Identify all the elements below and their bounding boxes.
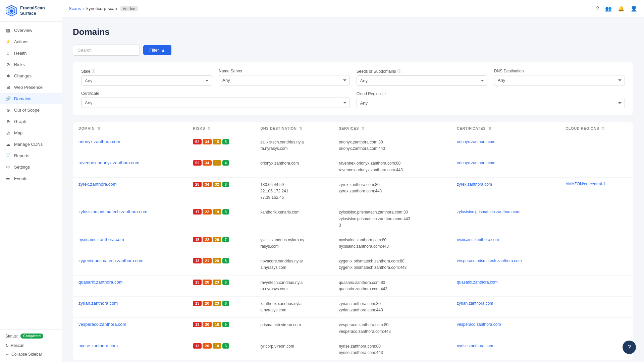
- status-badge: Completed: [20, 334, 43, 339]
- out-of-scope-icon: ⊗: [5, 107, 11, 113]
- certificate-link[interactable]: zyrian.zanthora.com: [457, 301, 493, 306]
- table-row: zygenix.prismatech.zanthora.com1321208no…: [73, 254, 633, 275]
- cell-services: vesperaco.zanthora.com:80vesperaco.zanth…: [333, 318, 451, 339]
- sidebar-item-settings[interactable]: ⚙ Settings: [0, 161, 62, 173]
- certificate-link[interactable]: orionyx.zanthora.com: [457, 161, 495, 165]
- scans-link[interactable]: Scans: [69, 6, 81, 11]
- domain-link[interactable]: quasarix.zanthora.com: [78, 280, 123, 285]
- certificate-link[interactable]: quasarix.zanthora.com: [457, 280, 497, 285]
- name-server-filter: Name Server Any: [219, 69, 350, 86]
- sidebar-item-manage-cdns[interactable]: ☁ Manage CDNs: [0, 138, 62, 150]
- status-label: Status:: [5, 334, 18, 339]
- dns-destination-select[interactable]: Any: [494, 75, 625, 85]
- sidebar-item-overview[interactable]: ▦ Overview: [0, 24, 62, 36]
- stale-filter: Stale ⓘ Any: [81, 69, 212, 86]
- sidebar-item-domains[interactable]: 🔗 Domains: [0, 93, 62, 104]
- col-services: SERVICES ⇅: [333, 122, 451, 135]
- filter-button[interactable]: Filter ▲: [143, 45, 171, 55]
- cloud-sort-icon[interactable]: ⇅: [602, 126, 605, 130]
- risk-badge-red: 52: [193, 160, 202, 166]
- sidebar-item-map[interactable]: ◎ Map: [0, 127, 62, 138]
- certificate-link[interactable]: orionyx.zanthora.com: [457, 139, 495, 144]
- domain-link[interactable]: zyrian.zanthora.com: [78, 301, 118, 306]
- sidebar-label-map: Map: [14, 130, 22, 135]
- domains-table: DOMAIN ⇅ RISKS ⇅ DNS DESTINATION ⇅ SERVI…: [73, 122, 633, 360]
- sidebar-item-graph[interactable]: ⊕ Graph: [0, 116, 62, 127]
- notifications-icon[interactable]: 🔔: [618, 5, 625, 12]
- stale-info-icon[interactable]: ⓘ: [92, 69, 95, 74]
- sidebar-item-changes[interactable]: ✱ Changes: [0, 70, 62, 81]
- graph-icon: ⊕: [5, 119, 11, 124]
- cell-domain: zygenix.prismatech.zanthora.com: [73, 254, 187, 275]
- sidebar-item-health[interactable]: ⌂ Health: [0, 47, 62, 59]
- dns-sort-icon[interactable]: ⇅: [299, 126, 303, 130]
- cell-domain: orionyx.zanthora.com: [73, 135, 187, 156]
- cell-domain: nyxisainc.zanthora.com: [73, 233, 187, 254]
- sidebar-item-reports[interactable]: 📄 Reports: [0, 150, 62, 161]
- certificate-link[interactable]: nyxisainc.zanthora.com: [457, 237, 499, 242]
- domain-link[interactable]: nyrise.zanthora.com: [78, 343, 118, 348]
- logo-icon: [5, 5, 17, 17]
- users-icon[interactable]: 👥: [605, 5, 612, 12]
- name-server-label: Name Server: [219, 69, 243, 73]
- cell-dns: xanthorix.xandrius.nylara.nyrasys.com: [255, 297, 333, 318]
- search-input[interactable]: [73, 45, 140, 56]
- rescan-button[interactable]: ↻ Rescan: [5, 342, 56, 349]
- cell-cloud: [560, 297, 633, 318]
- sidebar-item-actions[interactable]: ⚡ Actions: [0, 36, 62, 47]
- sidebar-item-out-of-scope[interactable]: ⊗ Out of Scope: [0, 104, 62, 116]
- domain-link[interactable]: orionyx.zanthora.com: [78, 139, 120, 144]
- user-icon[interactable]: 👤: [631, 5, 637, 12]
- cell-risks: 1320185: [187, 339, 255, 360]
- domain-link[interactable]: zylosisinc.prismatech.zanthora.com: [78, 209, 147, 214]
- collapse-sidebar-button[interactable]: ← Collapse Sidebar: [5, 351, 56, 358]
- sidebar-item-web-presence[interactable]: 🖥 Web Presence: [0, 81, 62, 93]
- filter-up-icon: ▲: [161, 48, 165, 53]
- domain-link[interactable]: ravennex.orionyx.zanthora.com: [78, 160, 139, 165]
- certificate-label: Certificate: [81, 91, 99, 96]
- stale-select[interactable]: Any: [81, 75, 212, 86]
- cell-services: orionyx.zanthora.com:80orionyx.zanthora.…: [333, 135, 451, 156]
- cell-cloud: [560, 205, 633, 233]
- name-server-select[interactable]: Any: [219, 75, 350, 85]
- sidebar-item-risks[interactable]: ⊘ Risks: [0, 59, 62, 70]
- certificate-select[interactable]: Any: [81, 98, 350, 108]
- logo-text: FractalScan Surface: [20, 5, 45, 16]
- sidebar-label-graph: Graph: [14, 119, 26, 124]
- domain-link[interactable]: zyrex.zanthora.com: [78, 182, 116, 187]
- cloud-region-select[interactable]: Any: [357, 98, 625, 108]
- seeds-info-icon[interactable]: ⓘ: [397, 69, 401, 74]
- risk-badge-red: 15: [193, 237, 202, 242]
- domain-sort-icon[interactable]: ⇅: [97, 126, 101, 130]
- cloud-region-info-icon[interactable]: ⓘ: [382, 91, 386, 96]
- cell-domain: ravennex.orionyx.zanthora.com: [73, 156, 187, 177]
- risk-badge-yellow: 18: [213, 322, 221, 327]
- actions-icon: ⚡: [5, 39, 11, 44]
- cell-services: quasarix.zanthora.com:80quasarix.zanthor…: [333, 275, 451, 296]
- domain-link[interactable]: zygenix.prismatech.zanthora.com: [78, 258, 144, 263]
- risk-badge-red: 28: [193, 182, 202, 187]
- domain-link[interactable]: vesperaco.zanthora.com: [78, 322, 126, 327]
- help-icon[interactable]: ?: [596, 6, 599, 12]
- certs-sort-icon[interactable]: ⇅: [488, 126, 492, 130]
- cell-certificates: zyrex.zanthora.com: [451, 177, 560, 205]
- certificate-link[interactable]: zylosisinc.prismatech.zanthora.com: [457, 209, 520, 214]
- certificate-link[interactable]: zyrex.zanthora.com: [457, 182, 492, 187]
- cell-risks: 1722193: [187, 205, 255, 233]
- sidebar-label-domains: Domains: [14, 96, 31, 101]
- certificate-link[interactable]: vesperaco.prismatech.zanthora.com: [457, 258, 522, 263]
- risk-badge-yellow: 32: [213, 182, 221, 187]
- risks-sort-icon[interactable]: ⇅: [208, 126, 211, 130]
- help-bubble[interactable]: ?: [623, 341, 636, 354]
- certificate-link[interactable]: nyrise.zanthora.com: [457, 344, 493, 348]
- sidebar-item-events[interactable]: ☰ Events: [0, 173, 62, 184]
- cell-certificates: vesperaco.zanthora.com: [451, 318, 560, 339]
- seeds-subdomains-select[interactable]: Any: [357, 75, 487, 86]
- risk-badge-yellow: 11: [213, 160, 221, 166]
- sidebar-label-out-of-scope: Out of Scope: [14, 108, 40, 113]
- risk-badge-orange: 34: [203, 139, 211, 144]
- risk-badge-orange: 22: [203, 237, 211, 242]
- certificate-link[interactable]: vesperaco.zanthora.com: [457, 322, 501, 327]
- domain-link[interactable]: nyxisainc.zanthora.com: [78, 237, 124, 242]
- services-sort-icon[interactable]: ⇅: [362, 126, 365, 130]
